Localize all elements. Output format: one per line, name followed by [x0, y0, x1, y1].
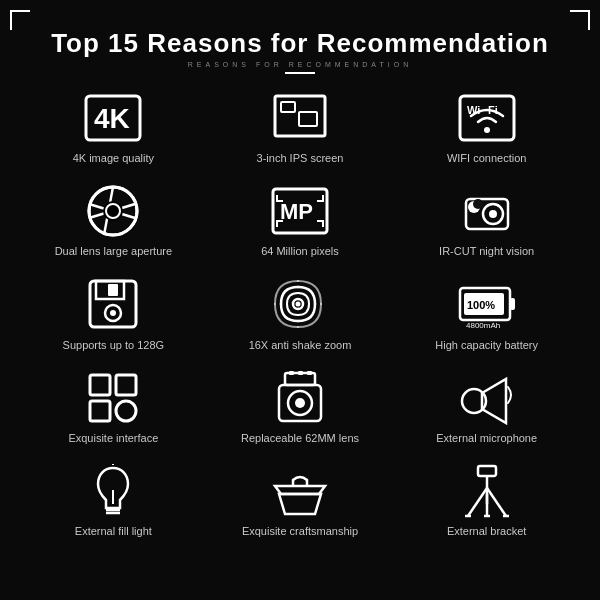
divider — [285, 72, 315, 74]
svg-point-45 — [295, 398, 305, 408]
svg-rect-40 — [289, 371, 294, 375]
feature-filllight: External fill light — [20, 453, 207, 546]
feature-storage: Supports up to 128G — [20, 267, 207, 360]
svg-text:100%: 100% — [467, 299, 495, 311]
feature-ircut-label: IR-CUT night vision — [439, 244, 534, 258]
svg-text:4K: 4K — [94, 103, 130, 134]
filllight-icon — [83, 463, 143, 518]
ips-icon — [270, 90, 330, 145]
feature-storage-label: Supports up to 128G — [63, 338, 165, 352]
svg-rect-31 — [510, 298, 515, 310]
features-grid: 4K 4K image quality 3-inch IPS screen — [10, 80, 590, 546]
battery-icon: 100% 4800mAh — [457, 277, 517, 332]
svg-text:MP: MP — [280, 199, 313, 224]
feature-interface: Exquisite interface — [20, 360, 207, 453]
mp-icon: MP — [270, 183, 330, 238]
feature-ips: 3-inch IPS screen — [207, 80, 394, 173]
feature-4k-label: 4K image quality — [73, 151, 154, 165]
svg-rect-25 — [108, 284, 118, 296]
ircut-icon — [457, 183, 517, 238]
microphone-icon — [457, 370, 517, 425]
feature-interface-label: Exquisite interface — [68, 431, 158, 445]
feature-lens-label: Replaceable 62MM lens — [241, 431, 359, 445]
svg-point-27 — [110, 310, 116, 316]
bracket-icon — [457, 463, 517, 518]
svg-text:Wi: Wi — [467, 104, 480, 116]
svg-point-6 — [484, 127, 490, 133]
corner-bracket-tl — [10, 10, 30, 30]
svg-rect-41 — [298, 371, 303, 375]
feature-mp-label: 64 Million pixels — [261, 244, 339, 258]
page-title: Top 15 Reasons for Recommendation — [10, 28, 590, 59]
svg-point-29 — [295, 302, 300, 307]
feature-wifi-label: WIFI connection — [447, 151, 526, 165]
feature-aperture-label: Dual lens large aperture — [55, 244, 172, 258]
storage-icon — [83, 277, 143, 332]
corner-bracket-tr — [570, 10, 590, 30]
svg-rect-36 — [116, 375, 136, 395]
svg-rect-42 — [307, 371, 312, 375]
interface-icon — [83, 370, 143, 425]
feature-4k: 4K 4K image quality — [20, 80, 207, 173]
feature-lens: Replaceable 62MM lens — [207, 360, 394, 453]
svg-line-54 — [487, 488, 506, 516]
feature-ircut: IR-CUT night vision — [393, 173, 580, 266]
wifi-icon: Wi Fi — [457, 90, 517, 145]
svg-point-38 — [116, 401, 136, 421]
feature-craftsmanship-label: Exquisite craftsmanship — [242, 524, 358, 538]
feature-microphone: External microphone — [393, 360, 580, 453]
feature-battery: 100% 4800mAh High capacity battery — [393, 267, 580, 360]
main-container: Top 15 Reasons for Recommendation REASON… — [0, 0, 600, 600]
feature-wifi: Wi Fi WIFI connection — [393, 80, 580, 173]
svg-point-22 — [473, 199, 483, 209]
svg-rect-35 — [90, 375, 110, 395]
subtitle: REASONS FOR RECOMMENDATION — [10, 61, 590, 68]
feature-aperture: Dual lens large aperture — [20, 173, 207, 266]
svg-rect-4 — [299, 112, 317, 126]
svg-rect-3 — [281, 102, 295, 112]
lens-icon — [270, 370, 330, 425]
feature-zoom: 16X anti shake zoom — [207, 267, 394, 360]
svg-rect-37 — [90, 401, 110, 421]
feature-microphone-label: External microphone — [436, 431, 537, 445]
zoom-icon — [270, 277, 330, 332]
4k-icon: 4K — [83, 90, 143, 145]
svg-text:4800mAh: 4800mAh — [466, 321, 500, 328]
feature-filllight-label: External fill light — [75, 524, 152, 538]
craftsmanship-icon — [270, 463, 330, 518]
feature-battery-label: High capacity battery — [435, 338, 538, 352]
svg-text:Fi: Fi — [488, 104, 498, 116]
svg-point-20 — [489, 210, 497, 218]
feature-zoom-label: 16X anti shake zoom — [249, 338, 352, 352]
feature-craftsmanship: Exquisite craftsmanship — [207, 453, 394, 546]
feature-ips-label: 3-inch IPS screen — [257, 151, 344, 165]
aperture-icon — [83, 183, 143, 238]
header-section: Top 15 Reasons for Recommendation REASON… — [10, 10, 590, 74]
svg-line-53 — [468, 488, 487, 516]
feature-bracket-label: External bracket — [447, 524, 526, 538]
feature-mp: MP 64 Million pixels — [207, 173, 394, 266]
svg-rect-51 — [478, 466, 496, 476]
feature-bracket: External bracket — [393, 453, 580, 546]
